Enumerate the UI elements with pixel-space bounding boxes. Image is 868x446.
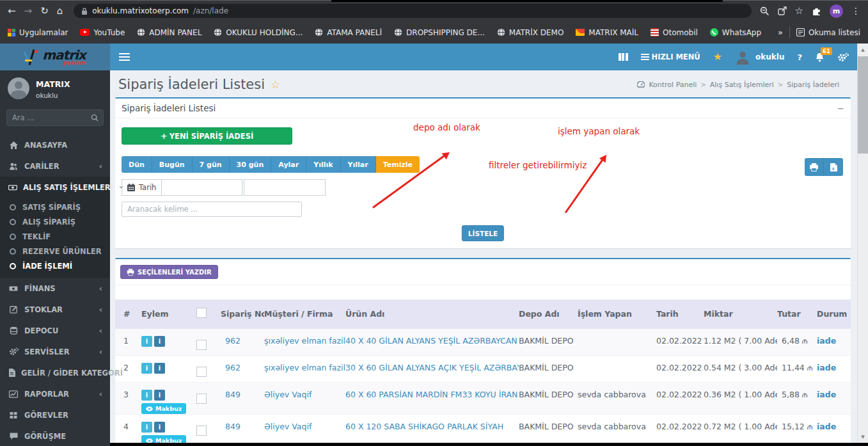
range-aylar-button[interactable]: Aylar [271,156,306,173]
clear-filter-button[interactable]: Temizle [376,156,420,173]
detail-button[interactable]: i [154,363,165,374]
order-no-link[interactable]: 962 [221,329,264,346]
order-no-link[interactable]: 962 [221,356,264,372]
bookmark-admin-panel[interactable]: ADMİN PANEL [137,28,201,37]
sidebar-item-teklif[interactable]: TEKLİF [0,229,110,244]
bookmark-star-icon[interactable]: ☆ [795,5,803,17]
status-link[interactable]: iade [817,383,851,399]
row-checkbox[interactable] [196,394,207,404]
product-link[interactable]: 60 X 120 SABA SHİKAGO PARLAK SİYAH [345,415,519,431]
bookmark-whatsapp[interactable]: WhatsApp [710,28,761,37]
bookmark-dropshipping[interactable]: DROPSHIPPING DE... [394,28,485,37]
bookmark-matrix-mail[interactable]: MATRIX MAİL [576,28,638,37]
user-menu[interactable]: okuklu [735,49,784,65]
sidebar-item-satis-siparis[interactable]: SATIŞ SİPARİŞ [0,200,110,214]
status-link[interactable]: iade [817,415,851,431]
settings-gears-icon[interactable] [837,52,849,62]
reading-list-button[interactable]: Okuma listesi [796,28,860,37]
sidebar-search-input[interactable] [7,110,86,125]
bookmark-youtube[interactable]: YouTube [80,28,125,37]
quick-menu-button[interactable]: HIZLI MENÜ [641,52,700,61]
range-bugun-button[interactable]: Bugün [152,156,193,173]
scroll-up-icon[interactable]: ▲ [858,46,868,54]
profile-avatar[interactable]: m [830,4,843,18]
select-all-checkbox[interactable] [196,308,207,318]
customer-link[interactable]: şıxəliyev elman fazil [264,329,345,346]
scroll-down-icon[interactable]: ▼ [858,433,868,441]
sidebar-item-gorevler[interactable]: GÖREVLER [0,404,110,426]
info-button[interactable]: i [141,422,152,433]
range-dun-button[interactable]: Dün [122,156,152,173]
print-selected-button[interactable]: SEÇİLENLERİ YAZDIR [120,265,218,279]
print-button[interactable] [805,158,824,176]
sidebar-item-iade-islemi[interactable]: İADE İŞLEMİ [0,259,110,273]
range-7gun-button[interactable]: 7 gün [193,156,230,173]
sidebar-item-rezerve-urunler[interactable]: REZERVE ÜRÜNLER [0,244,110,259]
bookmark-matrix-demo[interactable]: MATRİX DEMO [497,28,564,37]
extensions-icon[interactable] [812,6,821,16]
bookmark-apps[interactable]: Uygulamalar [8,28,68,37]
scrollbar-thumb[interactable] [858,56,868,154]
bookmarks-overflow-icon[interactable]: » [778,28,783,37]
forward-icon[interactable]: → [24,6,33,16]
sidebar-item-anasayfa[interactable]: ANASAYFA [0,134,110,155]
status-link[interactable]: iade [817,329,851,346]
makbuz-button[interactable]: Makbuz [141,403,186,414]
sidebar-item-finans[interactable]: FİNANS‹ [0,278,110,299]
sidebar-item-stoklar[interactable]: STOKLAR‹ [0,299,110,320]
info-button[interactable]: i [141,390,152,401]
new-return-button[interactable]: +YENİ SİPARİŞ İADESİ [122,127,292,145]
collapse-icon[interactable]: − [837,104,844,113]
share-icon[interactable] [778,6,787,15]
customer-link[interactable]: Əliyev Vaqif [264,415,345,431]
info-button[interactable]: i [141,363,152,374]
bookmark-otomobil[interactable]: Otomobil [651,28,698,37]
bookmark-okuklu-holding[interactable]: OKUKLU HOLDİNG... [214,28,303,37]
columns-icon[interactable] [619,53,628,61]
app-logo[interactable]: matrixyazılım [0,44,110,70]
bookmark-atama-paneli[interactable]: ATAMA PANELİ [315,28,382,37]
customer-link[interactable]: şıxəliyev elman fazil [264,356,345,372]
product-link[interactable]: 30 X 60 GİLAN ALYANS AÇIK YEŞİL AZƏRBAYC… [345,356,519,372]
back-icon[interactable]: ← [8,6,16,16]
excel-export-button[interactable]: x [824,158,843,176]
address-bar[interactable]: okuklu.matrixotoerp.com/azn/lade [74,4,751,18]
row-checkbox[interactable] [196,426,207,436]
sidebar-item-alis-satis[interactable]: ALIŞ SATIŞ İŞLEMLERİ‹ [0,177,110,198]
sidebar-item-depocu[interactable]: DEPOCU‹ [0,320,110,341]
sidebar-item-alis-siparis[interactable]: ALIŞ SİPARİŞ [0,214,110,229]
product-link[interactable]: 60 X 60 PARSİAN MARDİN FM33 KOYU İRAN [345,383,519,399]
range-yillar-button[interactable]: Yıllar [341,156,376,173]
favorite-star-icon[interactable]: ☆ [271,78,280,91]
browser-home-icon[interactable]: ⌂ [57,6,63,16]
detail-button[interactable]: i [154,422,165,433]
range-30gun-button[interactable]: 30 gün [230,156,272,173]
favorites-star-icon[interactable]: ★ [713,52,722,62]
sidebar-item-servisler[interactable]: SERVİSLER‹ [0,341,110,362]
keyword-search-input[interactable] [122,202,302,217]
detail-button[interactable]: i [154,336,165,347]
info-button[interactable]: i [141,336,152,347]
order-no-link[interactable]: 849 [221,415,264,431]
breadcrumb-link[interactable]: Kontrol Paneli [649,81,697,89]
sidebar-toggle-icon[interactable] [119,53,130,61]
search-icon[interactable] [86,110,103,125]
product-link[interactable]: 40 X 40 GİLAN ALYANS YEŞİL AZƏRBAYCAN [345,329,519,346]
status-link[interactable]: iade [817,356,851,372]
sidebar-item-gorusme[interactable]: GÖRÜŞME [0,426,110,446]
sidebar-item-cariler[interactable]: CARİLER‹ [0,155,110,177]
date-end-input[interactable] [244,179,326,196]
order-no-link[interactable]: 849 [221,383,264,399]
sidebar-item-raporlar[interactable]: RAPORLAR‹ [0,383,110,404]
zoom-icon[interactable] [760,6,769,16]
help-icon[interactable]: ? [797,52,802,62]
customer-link[interactable]: Əliyev Vaqif [264,383,345,399]
date-start-input[interactable] [162,179,242,196]
detail-button[interactable]: i [154,390,165,401]
row-checkbox[interactable] [196,340,207,350]
range-yillik-button[interactable]: Yıllık [306,156,340,173]
row-checkbox[interactable] [196,367,207,377]
page-scrollbar[interactable]: ▲ ▼ [857,44,868,446]
menu-kebab-icon[interactable]: ⋮ [851,6,860,16]
notifications-button[interactable]: 61 [815,52,825,62]
